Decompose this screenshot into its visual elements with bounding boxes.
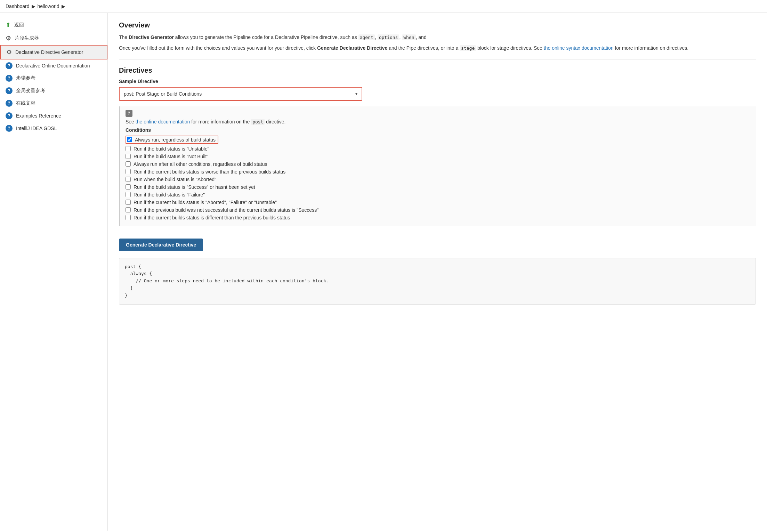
sidebar-item-step-reference[interactable]: ? 步骤参考 — [0, 72, 107, 84]
sample-directive-select[interactable]: post: Post Stage or Build Conditionsagen… — [120, 88, 362, 100]
list-item: Run if the build status is "Unstable" — [126, 146, 750, 152]
code-stage: stage — [460, 45, 476, 51]
breadcrumb-helloworld[interactable]: helloworld — [38, 3, 59, 9]
checkbox-label-success_or_not_set: Run if the build status is "Success" or … — [134, 184, 255, 190]
checkbox-label-not_built: Run if the build status is "Not Built" — [134, 154, 208, 159]
conditions-label: Conditions — [126, 127, 750, 133]
main-content: Overview The Directive Generator allows … — [108, 13, 767, 531]
question-icon-intellij: ? — [6, 125, 13, 132]
checkbox-always[interactable] — [127, 137, 132, 142]
code-post: post — [251, 119, 265, 125]
code-output: post { always { // One or more steps nee… — [119, 258, 756, 305]
checkbox-always_after[interactable] — [126, 161, 131, 167]
directive-info-box: ? See the online documentation for more … — [119, 106, 756, 226]
code-options: options — [378, 34, 399, 40]
checkbox-not_successful[interactable] — [126, 207, 131, 212]
sidebar-item-declarative-directive-generator[interactable]: ⚙ Declarative Directive Generator — [0, 45, 107, 59]
sidebar-item-label-snippet: 片段生成器 — [15, 35, 39, 41]
arrow-up-icon: ⬆ — [6, 21, 11, 29]
sample-directive-label: Sample Directive — [119, 79, 756, 84]
checkbox-label-unstable: Run if the build status is "Unstable" — [134, 146, 209, 152]
checkbox-label-different: Run if the current builds status is diff… — [134, 215, 290, 220]
question-badge-icon: ? — [126, 110, 132, 117]
checkbox-aborted_failure_unstable[interactable] — [126, 200, 131, 205]
sidebar-item-label-back: 返回 — [14, 22, 24, 28]
checkbox-label-worse: Run if the current builds status is wors… — [134, 169, 285, 175]
breadcrumb: Dashboard ▶ helloworld ▶ — [0, 0, 767, 13]
sidebar-item-global-variable[interactable]: ? 全局变量参考 — [0, 84, 107, 97]
list-item: Always run after all other conditions, r… — [126, 161, 750, 167]
checkbox-not_built[interactable] — [126, 154, 131, 159]
list-item: Run if the build status is "Failure" — [126, 192, 750, 198]
online-documentation-link[interactable]: the online documentation — [136, 119, 190, 124]
overview-divider — [119, 59, 756, 59]
list-item: Run if the current builds status is "Abo… — [126, 200, 750, 205]
breadcrumb-dashboard[interactable]: Dashboard — [6, 3, 30, 9]
checkbox-success_or_not_set[interactable] — [126, 184, 131, 190]
sidebar-item-declarative-online-doc[interactable]: ? Declarative Online Documentation — [0, 59, 107, 72]
sidebar-item-label-online-doc: Declarative Online Documentation — [16, 63, 90, 68]
sidebar-item-label-global: 全局变量参考 — [16, 88, 45, 94]
sidebar: ⬆ 返回 ⚙ 片段生成器 ⚙ Declarative Directive Gen… — [0, 13, 108, 531]
breadcrumb-arrow-2: ▶ — [62, 3, 65, 9]
checkbox-label-not_successful: Run if the previous build was not succes… — [134, 207, 318, 213]
generate-declarative-directive-button[interactable]: Generate Declarative Directive — [119, 239, 203, 251]
sidebar-item-online-docs[interactable]: ? 在线文档 — [0, 97, 107, 110]
list-item: Always run, regardless of build status — [126, 136, 750, 144]
directives-title: Directives — [119, 66, 756, 74]
sidebar-item-snippet-generator[interactable]: ⚙ 片段生成器 — [0, 32, 107, 45]
question-icon-global: ? — [6, 87, 13, 94]
question-icon-online-doc: ? — [6, 62, 13, 69]
code-agent: agent — [358, 34, 375, 40]
code-when: when — [402, 34, 415, 40]
sample-directive-select-wrapper[interactable]: post: Post Stage or Build Conditionsagen… — [119, 87, 362, 101]
sidebar-item-label-step: 步骤参考 — [16, 75, 35, 81]
conditions-list: Always run, regardless of build statusRu… — [126, 136, 750, 220]
checkbox-label-aborted: Run when the build status is "Aborted" — [134, 177, 216, 182]
checkbox-failure[interactable] — [126, 192, 131, 197]
checkbox-item-highlighted: Always run, regardless of build status — [126, 136, 218, 144]
sidebar-item-label-docs: 在线文档 — [16, 100, 35, 106]
list-item: Run if the current builds status is diff… — [126, 215, 750, 220]
overview-syntax-link[interactable]: the online syntax documentation — [544, 45, 614, 51]
list-item: Run if the build status is "Not Built" — [126, 154, 750, 159]
overview-bold-directive-generator: Directive Generator — [129, 34, 174, 40]
gear-icon-snippet: ⚙ — [6, 34, 11, 42]
question-icon-examples: ? — [6, 112, 13, 119]
question-icon-docs: ? — [6, 100, 13, 107]
gear-icon-directive: ⚙ — [6, 48, 12, 56]
sidebar-item-label-examples: Examples Reference — [16, 113, 61, 119]
checkbox-label-always_after: Always run after all other conditions, r… — [134, 161, 267, 167]
sidebar-item-label-intellij: IntelliJ IDEA GDSL — [16, 126, 57, 131]
list-item: Run if the build status is "Success" or … — [126, 184, 750, 190]
question-icon-step: ? — [6, 75, 13, 82]
checkbox-label-always: Always run, regardless of build status — [135, 137, 216, 143]
list-item: Run if the previous build was not succes… — [126, 207, 750, 213]
info-text: See the online documentation for more in… — [126, 119, 750, 124]
overview-paragraph-2: Once you've filled out the form with the… — [119, 44, 756, 52]
overview-title: Overview — [119, 21, 756, 29]
checkbox-label-aborted_failure_unstable: Run if the current builds status is "Abo… — [134, 200, 277, 205]
checkbox-unstable[interactable] — [126, 146, 131, 151]
checkbox-worse[interactable] — [126, 169, 131, 174]
overview-bold-generate: Generate Declarative Directive — [317, 45, 387, 51]
checkbox-different[interactable] — [126, 215, 131, 220]
list-item: Run if the current builds status is wors… — [126, 169, 750, 175]
overview-paragraph-1: The Directive Generator allows you to ge… — [119, 33, 756, 41]
list-item: Run when the build status is "Aborted" — [126, 177, 750, 182]
sidebar-item-label-directive: Declarative Directive Generator — [15, 49, 83, 55]
sidebar-item-examples[interactable]: ? Examples Reference — [0, 110, 107, 122]
checkbox-aborted[interactable] — [126, 177, 131, 182]
directives-section: Directives Sample Directive post: Post S… — [119, 66, 756, 305]
sidebar-item-back[interactable]: ⬆ 返回 — [0, 18, 107, 32]
sidebar-item-intellij[interactable]: ? IntelliJ IDEA GDSL — [0, 122, 107, 135]
checkbox-label-failure: Run if the build status is "Failure" — [134, 192, 205, 198]
breadcrumb-arrow-1: ▶ — [32, 3, 35, 9]
